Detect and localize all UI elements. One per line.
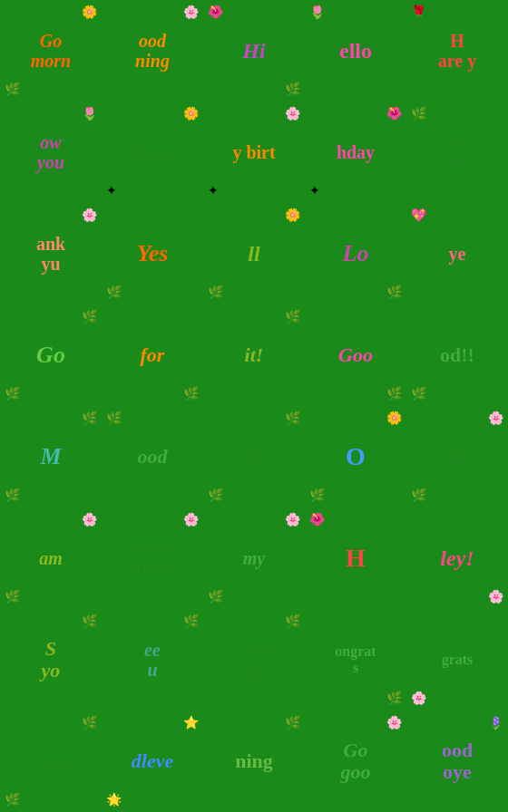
sticker-grid: 🌼 Gomorn 🌿 🌸 oodning 🌺 Hi 🌿 🌷 ello 🌹 Har… (0, 0, 508, 812)
sticker-6[interactable]: 🌷 owyou (0, 102, 102, 203)
flower-deco-26: 🌸 (82, 512, 97, 527)
sticker-35[interactable]: grats 🌸 (406, 609, 508, 710)
sticker-22[interactable]: 🌿 ood (102, 406, 203, 508)
flower-deco-35b: 🌸 (411, 691, 426, 706)
sticker-text-11: ankyu (36, 234, 65, 274)
sticker-text-16: Go (36, 343, 65, 369)
sticker-text-17: for (141, 344, 165, 366)
flower-deco-31: 🌿 (82, 614, 97, 629)
sticker-23[interactable]: 🌿 It 🌿 (203, 406, 305, 508)
flower-deco-24: 🌼 (386, 411, 402, 426)
flower-deco-36: 🌿 (82, 715, 97, 730)
sticker-37[interactable]: ⭐ dleve 🌟 (102, 710, 203, 812)
sticker-text-9: hday (337, 142, 375, 162)
sticker-text-8: y birt (232, 142, 275, 162)
sticker-40[interactable]: 🪻 oodoye (406, 710, 508, 812)
sticker-11[interactable]: 🌸 ankyu (0, 203, 102, 304)
flower-deco-9: 🌺 (386, 106, 402, 121)
flower-deco-38: 🌿 (285, 715, 300, 730)
sticker-14[interactable]: Lo 🌿 (305, 203, 406, 304)
flower-deco-23: 🌿 (285, 411, 300, 426)
flower-deco-27: 🌸 (183, 512, 199, 527)
sticker-text-5: Hare y (438, 31, 476, 71)
flower-deco-5: 🌹 (411, 5, 426, 20)
flower-deco-15: 💖 (411, 208, 426, 223)
flower-deco-12b: 🌿 (106, 285, 122, 300)
sticker-text-39: Gogoo (341, 740, 371, 783)
flower-deco-40: 🪻 (488, 715, 503, 730)
sticker-text-3: Hi (242, 39, 265, 63)
sticker-33[interactable]: 🌿 Congr (203, 609, 305, 710)
flower-deco-13: 🌼 (285, 208, 300, 223)
sticker-25[interactable]: 🌸 K 🌿 (406, 406, 508, 508)
sticker-21[interactable]: 🌿 M 🌿 (0, 406, 102, 508)
sticker-text-24: O (346, 443, 366, 471)
sticker-4[interactable]: 🌷 ello (305, 0, 406, 102)
sticker-16[interactable]: 🌿 Go 🌿 (0, 304, 102, 406)
sticker-34[interactable]: ongrats 🌿 (305, 609, 406, 710)
sticker-text-28: my (243, 548, 265, 568)
sticker-3[interactable]: 🌺 Hi 🌿 (203, 0, 305, 102)
sticker-20[interactable]: od!! 🌿 (406, 304, 508, 406)
sticker-7[interactable]: 🌼 Happ ✦ (102, 102, 203, 203)
flower-deco-24b: 🌿 (309, 488, 325, 503)
sticker-17[interactable]: for 🌿 (102, 304, 203, 406)
sticker-10[interactable]: 🌿 Thayo (406, 102, 508, 203)
sticker-text-38: ning (235, 750, 273, 772)
sticker-28[interactable]: 🌸 my 🌿 (203, 508, 305, 609)
flower-deco-16b: 🌿 (5, 386, 20, 401)
flower-deco-6: 🌷 (82, 106, 97, 121)
flower-deco-4: 🌷 (309, 5, 325, 20)
sticker-text-15: ye (449, 244, 466, 264)
sticker-31[interactable]: 🌿 Syo (0, 609, 102, 710)
sticker-text-23: It (248, 447, 260, 467)
flower-deco-9b: ✦ (309, 183, 320, 198)
sticker-text-27: Haveniced (131, 536, 175, 580)
sticker-29[interactable]: 🌺 H (305, 508, 406, 609)
flower-deco-39: 🌸 (386, 715, 402, 730)
flower-deco-13b: 🌿 (208, 285, 223, 300)
sticker-36[interactable]: 🌿 Goo 🌿 (0, 710, 102, 812)
sticker-26[interactable]: 🌸 am 🌿 (0, 508, 102, 609)
flower-deco-25: 🌸 (488, 411, 503, 426)
flower-deco-10: 🌿 (411, 106, 426, 121)
flower-deco-21b: 🌿 (5, 488, 20, 503)
flower-deco-37b: 🌟 (106, 792, 122, 807)
flower-deco-19b: 🌿 (386, 386, 402, 401)
sticker-18[interactable]: 🌿 it! (203, 304, 305, 406)
sticker-27[interactable]: 🌸 Haveniced (102, 508, 203, 609)
sticker-text-31: Syo (42, 638, 61, 682)
flower-deco-33: 🌿 (285, 614, 300, 629)
sticker-39[interactable]: 🌸 Gogoo (305, 710, 406, 812)
sticker-9[interactable]: 🌺 hday ✦ (305, 102, 406, 203)
sticker-30[interactable]: ley! 🌸 (406, 508, 508, 609)
sticker-text-2: oodning (135, 31, 170, 71)
sticker-19[interactable]: Goo 🌿 (305, 304, 406, 406)
sticker-38[interactable]: 🌿 ning (203, 710, 305, 812)
flower-deco-29: 🌺 (309, 512, 325, 527)
sticker-text-6: owyou (37, 132, 64, 172)
flower-deco-14b: 🌿 (386, 285, 402, 300)
sticker-text-25: K (448, 444, 466, 470)
sticker-2[interactable]: 🌸 oodning (102, 0, 203, 102)
sticker-24[interactable]: 🌼 O 🌿 (305, 406, 406, 508)
flower-deco-26b: 🌿 (5, 589, 20, 604)
sticker-15[interactable]: 💖 ye (406, 203, 508, 304)
sticker-text-40: oodoye (442, 740, 473, 783)
sticker-1[interactable]: 🌼 Gomorn 🌿 (0, 0, 102, 102)
flower-deco-1b: 🌿 (5, 82, 20, 97)
flower-deco-37: ⭐ (183, 715, 199, 730)
flower-deco-11: 🌸 (82, 208, 97, 223)
sticker-5[interactable]: 🌹 Hare y (406, 0, 508, 102)
sticker-8[interactable]: 🌸 y birt ✦ (203, 102, 305, 203)
sticker-text-34: ongrats (335, 643, 376, 675)
sticker-13[interactable]: 🌼 ll 🌿 (203, 203, 305, 304)
flower-deco-23b: 🌿 (208, 488, 223, 503)
sticker-12[interactable]: Yes 🌿 (102, 203, 203, 304)
sticker-32[interactable]: 🌿 eeu (102, 609, 203, 710)
flower-deco-21: 🌿 (82, 411, 97, 426)
flower-deco-16: 🌿 (82, 309, 97, 324)
sticker-text-22: ood (138, 446, 168, 468)
flower-deco-36b: 🌿 (5, 792, 20, 807)
sticker-text-30: ley! (440, 546, 474, 570)
